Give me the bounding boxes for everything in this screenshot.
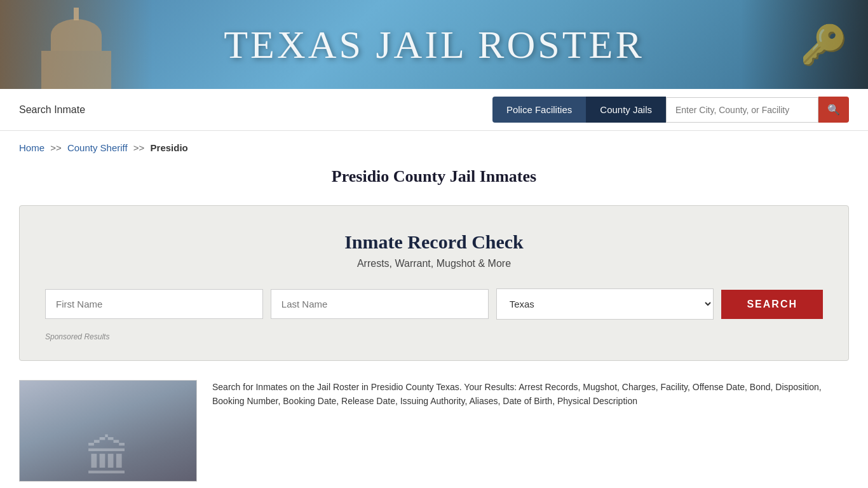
bottom-description: Search for Inmates on the Jail Roster in… bbox=[212, 380, 849, 409]
keys-icon: 🔑 bbox=[800, 22, 848, 67]
banner-left-decoration bbox=[0, 0, 153, 89]
keys-shape: 🔑 bbox=[792, 6, 855, 83]
capitol-dome bbox=[51, 19, 102, 51]
facility-search-button[interactable]: 🔍 bbox=[818, 97, 849, 123]
breadcrumb-county-sheriff[interactable]: County Sheriff bbox=[67, 142, 128, 153]
capitol-shape bbox=[25, 6, 127, 89]
nav-search-label: Search Inmate bbox=[19, 104, 492, 116]
bottom-section: 🏛 Search for Inmates on the Jail Roster … bbox=[0, 380, 868, 488]
breadcrumb: Home >> County Sheriff >> Presidio bbox=[0, 131, 868, 159]
breadcrumb-sep-2: >> bbox=[133, 142, 145, 153]
state-select[interactable]: AlabamaAlaskaArizonaArkansasCaliforniaCo… bbox=[496, 288, 714, 320]
county-image: 🏛 bbox=[19, 380, 197, 482]
breadcrumb-home[interactable]: Home bbox=[19, 142, 44, 153]
search-card-title: Inmate Record Check bbox=[45, 231, 823, 253]
search-card: Inmate Record Check Arrests, Warrant, Mu… bbox=[19, 205, 849, 361]
banner-right-decoration: 🔑 bbox=[741, 0, 868, 89]
search-button[interactable]: SEARCH bbox=[721, 290, 823, 319]
last-name-input[interactable] bbox=[271, 289, 489, 319]
breadcrumb-sep-1: >> bbox=[50, 142, 62, 153]
nav-bar: Search Inmate Police Facilities County J… bbox=[0, 89, 868, 131]
site-title: Texas Jail Roster bbox=[224, 22, 644, 67]
police-facilities-button[interactable]: Police Facilities bbox=[492, 97, 586, 123]
first-name-input[interactable] bbox=[45, 289, 263, 319]
breadcrumb-current: Presidio bbox=[151, 142, 188, 153]
county-jails-button[interactable]: County Jails bbox=[586, 97, 666, 123]
page-title: Presidio County Jail Inmates bbox=[0, 159, 868, 205]
search-icon: 🔍 bbox=[827, 104, 840, 116]
capitol-body bbox=[41, 51, 111, 89]
facility-search-input[interactable] bbox=[666, 97, 818, 123]
search-card-subtitle: Arrests, Warrant, Mugshot & More bbox=[45, 258, 823, 269]
search-form-row: AlabamaAlaskaArizonaArkansasCaliforniaCo… bbox=[45, 288, 823, 320]
header-banner: Texas Jail Roster 🔑 bbox=[0, 0, 868, 89]
nav-buttons: Police Facilities County Jails 🔍 bbox=[492, 97, 849, 123]
sponsored-label: Sponsored Results bbox=[45, 332, 823, 341]
building-icon: 🏛 bbox=[86, 433, 130, 482]
